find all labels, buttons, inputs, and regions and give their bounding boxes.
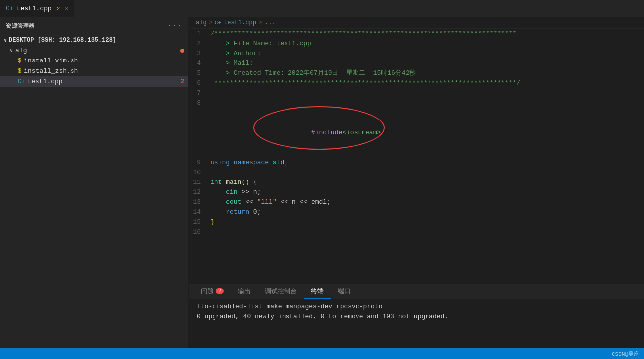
cpp-file-icon: C+ [6,5,14,12]
bc-sep2: > [259,19,262,26]
terminal-line: lto-disabled-list make manpages-dev rpcs… [197,302,636,312]
tree-folder-alg[interactable]: ∨ alg [0,45,188,56]
tree-root-label: DESKTOP [SSH: 192.168.135.128] [9,37,116,44]
tree-root-item[interactable]: ∨ DESKTOP [SSH: 192.168.135.128] [0,35,188,45]
bc-sep1: > [209,19,213,26]
line-number: 12 [189,187,209,197]
line-number: 7 [189,88,209,98]
tab-modified-badge: 2 [57,6,60,12]
editor-area: alg > C+ test1.cpp > ... 1 /************… [189,17,644,348]
tab-test1cpp[interactable]: C+ test1.cpp 2 ✕ [0,0,75,17]
line-number: 3 [189,49,209,59]
cpp-file-icon-sidebar: C+ [18,78,25,85]
panel-tab-label: 终端 [311,287,324,296]
code-line: 10 [189,168,644,178]
line-content: cout << "lll" << n << emdl; [209,197,644,207]
file-label: install_vim.sh [24,57,78,64]
file-label: test1.cpp [27,78,62,85]
panel-tab-label: 输出 [238,287,251,296]
code-line: 4 > Mail: [189,59,644,68]
file-error-badge: 2 [181,78,184,85]
code-line: 6 **************************************… [189,78,644,88]
line-number: 6 [189,78,209,88]
watermark-label: CSDN@吴座 [612,350,639,358]
code-line: 1 /*************************************… [189,29,644,39]
code-lines: 1 /*************************************… [189,29,644,237]
line-number: 10 [189,168,209,178]
folder-chevron-icon: ∨ [10,48,13,54]
line-number: 8 [189,98,209,108]
bc-file-icon: C+ [215,20,221,26]
panel-tab-debug[interactable]: 调试控制台 [258,284,304,299]
code-line: 9 using namespace std; [189,158,644,168]
status-bar: CSDN@吴座 [0,348,644,359]
main-area: 资源管理器 ··· ∨ DESKTOP [SSH: 192.168.135.12… [0,17,644,348]
line-number: 14 [189,207,209,217]
bc-trail: ... [265,19,276,26]
line-content: > File Name: test1.cpp [209,39,644,49]
sidebar-title: 资源管理器 [6,22,35,30]
panel-tab-output[interactable]: 输出 [231,284,258,299]
line-number: 5 [189,68,209,78]
line-content: } [209,217,644,227]
bc-folder: alg [196,19,207,26]
code-line: 12 cin >> n; [189,187,644,197]
panel-tab-label: 调试控制台 [265,287,297,296]
line-number: 11 [189,178,209,187]
code-line: 2 > File Name: test1.cpp [189,39,644,49]
line-number: 15 [189,217,209,227]
sidebar-dots-icon[interactable]: ··· [167,21,182,30]
line-content: #include<iostream> [209,98,644,158]
code-line: 3 > Author: [189,49,644,59]
sh-file-icon-2: $ [18,68,21,75]
code-line: 13 cout << "lll" << n << emdl; [189,197,644,207]
panel-tab-ports[interactable]: 端口 [331,284,358,299]
tab-label: test1.cpp [17,5,52,12]
status-right: CSDN@吴座 [612,350,639,358]
bc-filename: test1.cpp [224,19,256,26]
line-content: cin >> n; [209,187,644,197]
panel-content: lto-disabled-list make manpages-dev rpcs… [189,299,644,348]
line-number: 13 [189,197,209,207]
line-content: > Author: [209,49,644,59]
folder-name: alg [15,47,27,54]
breadcrumb: alg > C+ test1.cpp > ... [189,17,644,29]
sidebar-header: 资源管理器 ··· [0,17,188,34]
file-install-vim[interactable]: $ install_vim.sh [0,56,188,66]
code-line: 5 > Created Time: 2022年07月19日 星期二 15时16分… [189,68,644,78]
tab-bar: C+ test1.cpp 2 ✕ [0,0,644,17]
line-number: 2 [189,39,209,49]
problems-badge: 2 [216,288,224,294]
line-content: using namespace std; [209,158,644,168]
folder-modified-dot [180,49,184,53]
line-number: 1 [189,29,209,39]
code-line: 15 } [189,217,644,227]
bottom-panel: 问题 2 输出 调试控制台 终端 端口 lto-disabled-list ma… [189,284,644,348]
panel-tab-label: 问题 [201,287,214,296]
line-content: > Created Time: 2022年07月19日 星期二 15时16分42… [209,68,644,78]
panel-tab-label: 端口 [338,287,351,296]
sh-file-icon: $ [18,58,21,64]
panel-tab-problems[interactable]: 问题 2 [194,284,231,299]
line-content: int main() { [209,178,644,187]
sidebar: 资源管理器 ··· ∨ DESKTOP [SSH: 192.168.135.12… [0,17,189,348]
file-install-zsh[interactable]: $ install_zsh.sh [0,66,188,76]
file-test1cpp[interactable]: C+ test1.cpp 2 [0,76,188,87]
code-line: 7 [189,88,644,98]
tab-close-button[interactable]: ✕ [65,5,68,12]
file-label: install_zsh.sh [24,67,78,75]
panel-tab-terminal[interactable]: 终端 [304,284,331,299]
line-number: 9 [189,158,209,168]
code-line: 16 [189,227,644,237]
code-line: 11 int main() { [189,178,644,187]
code-line-highlighted: 8 #include<iostream> [189,98,644,158]
line-number: 4 [189,59,209,68]
root-chevron-icon: ∨ [4,37,7,43]
code-line: 14 return 0; [189,207,644,217]
line-number: 16 [189,227,209,237]
sidebar-tree: ∨ DESKTOP [SSH: 192.168.135.128] ∨ alg $… [0,34,188,348]
terminal-line: 0 upgraded, 40 newly installed, 0 to rem… [197,312,636,322]
tree-root-section: ∨ DESKTOP [SSH: 192.168.135.128] ∨ alg $… [0,35,188,87]
code-editor[interactable]: 1 /*************************************… [189,29,644,284]
line-content: return 0; [209,207,644,217]
